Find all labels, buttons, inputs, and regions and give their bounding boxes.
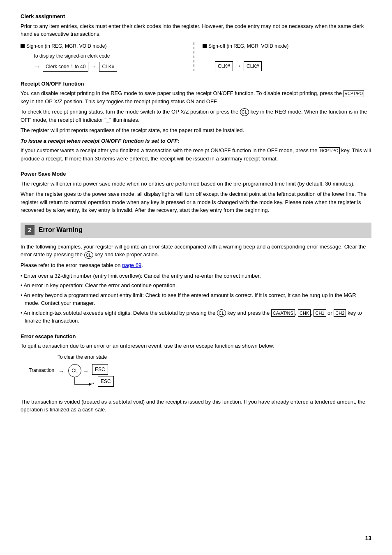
- esc-key-1: ESC: [92, 364, 108, 375]
- error-warning-section: In the following examples, your register…: [21, 243, 371, 325]
- cl-key-bullet4: CL: [217, 309, 226, 317]
- receipt-para1: You can disable receipt printing in the …: [21, 89, 371, 105]
- ew-para1b: key and take proper action.: [95, 251, 159, 258]
- receipt-para2: To check the receipt printing status, tu…: [21, 108, 371, 124]
- bullet-1: Enter over a 32-digit number (entry limi…: [21, 272, 371, 280]
- rcptpo-key-1: RCPT/PO: [344, 90, 364, 97]
- clerk-code-box: Clerk code 1 to 40: [43, 62, 88, 72]
- error-escape-section: Error escape function To quit a transact…: [21, 332, 371, 414]
- ch1-key: CH1: [314, 309, 326, 317]
- clerk-assignment-section: Clerk assignment Prior to any item entri…: [21, 12, 371, 72]
- error-warning-page-ref: Please refer to the error message table …: [21, 261, 371, 269]
- error-escape-title: Error escape function: [21, 332, 371, 341]
- page-number: 13: [365, 534, 371, 543]
- bullet4-end: key and press the: [228, 310, 270, 316]
- error-escape-para2: The transaction is voided (treated as a …: [21, 398, 371, 414]
- error-warning-num: 2: [25, 225, 35, 235]
- clk-key-sign-off-1: CLK#: [215, 61, 233, 71]
- sign-off-diagram: Sign-off (in REG, MGR, VOID mode) CLK# →…: [194, 42, 371, 71]
- power-save-section: Power Save Mode The register will enter …: [21, 170, 371, 214]
- clerk-assignment-title: Clerk assignment: [21, 12, 371, 21]
- arrow-icon-1: →: [91, 63, 97, 71]
- page-69-link[interactable]: page 69: [122, 262, 141, 268]
- sign-on-square-icon: [21, 44, 25, 48]
- bullet-3: An entry beyond a programmed amount entr…: [21, 291, 371, 307]
- power-save-title: Power Save Mode: [21, 170, 371, 178]
- sign-on-diagram: Sign-on (in REG, MGR, VOID mode) To disp…: [21, 42, 194, 72]
- receipt-section: Receipt ON/OFF function You can disable …: [21, 80, 371, 163]
- escape-arrow-1: →: [83, 367, 89, 376]
- sign-off-square-icon: [203, 44, 207, 48]
- escape-diagram-lines: [74, 377, 99, 393]
- clear-error-label: To clear the error state: [58, 353, 107, 361]
- svg-marker-2: [89, 383, 92, 386]
- arrow-icon-2: →: [235, 62, 241, 70]
- error-warning-header: 2 Error Warning: [21, 223, 371, 238]
- sign-on-flow: → Clerk code 1 to 40 → CLK#: [33, 61, 117, 72]
- power-save-para1: The register will enter into power save …: [21, 180, 371, 188]
- esc-key-2: ESC: [98, 376, 114, 387]
- bullet4-text: An including-tax subtotal exceeds eight …: [23, 310, 215, 316]
- sign-on-header: Sign-on (in REG, MGR, VOID mode): [21, 42, 106, 50]
- receipt-para4: If your customer wants a receipt after y…: [21, 146, 371, 163]
- clerk-assignment-para1: Prior to any item entries, clerks must e…: [21, 22, 371, 38]
- receipt-para1-text: You can disable receipt printing in the …: [21, 90, 342, 96]
- error-warning-title: Error Warning: [39, 225, 83, 235]
- error-escape-diagram: To clear the error state Transaction → C…: [29, 353, 160, 395]
- display-signed-label: To display the signed-on clerk code: [33, 52, 110, 60]
- rcptpo-key-2: RCPT/PO: [319, 147, 339, 154]
- clk-key-sign-off-2: CLK#: [244, 61, 262, 71]
- receipt-para4a: If your customer wants a receipt after y…: [21, 147, 318, 153]
- receipt-bold-italic: To issue a receipt when receipt ON/OFF f…: [21, 137, 371, 145]
- cl-key-receipt: CL: [240, 108, 249, 116]
- ew-para1c: Please refer to the error message table …: [21, 262, 121, 268]
- clerk-diagram-area: Sign-on (in REG, MGR, VOID mode) To disp…: [21, 42, 371, 72]
- power-save-para2: When the register goes to the power save…: [21, 190, 371, 214]
- receipt-para1b-text: key in the OP X/Z position. This key tog…: [21, 98, 218, 104]
- receipt-title: Receipt ON/OFF function: [21, 80, 371, 88]
- error-escape-para1: To quit a transaction due to an error or…: [21, 342, 371, 350]
- chk-key: CHK: [298, 309, 311, 317]
- sign-off-header: Sign-off (in REG, MGR, VOID mode): [203, 42, 288, 50]
- cl-key-ew: CL: [84, 251, 93, 259]
- sign-off-label: Sign-off (in REG, MGR, VOID mode): [208, 42, 288, 50]
- ew-para1a: In the following examples, your register…: [21, 244, 366, 258]
- error-warning-para1: In the following examples, your register…: [21, 243, 371, 259]
- clk-key-sign-on: CLK#: [99, 62, 117, 72]
- receipt-para3: The register will print reports regardle…: [21, 126, 371, 135]
- cl-key-escape: CL: [68, 364, 81, 377]
- ch2-key: CH2: [334, 309, 346, 317]
- bullet-2: An error in key operation: Clear the err…: [21, 281, 371, 290]
- bullet-4: An including-tax subtotal exceeds eight …: [21, 309, 371, 325]
- arrow-right-icon: →: [33, 61, 40, 72]
- transaction-label: Transaction: [29, 367, 54, 374]
- error-warning-bullets: Enter over a 32-digit number (entry limi…: [21, 272, 371, 325]
- transaction-arrow: →: [58, 367, 64, 376]
- sign-on-label: Sign-on (in REG, MGR, VOID mode): [26, 42, 106, 50]
- receipt-para2a: To check the receipt printing status, tu…: [21, 109, 238, 115]
- ca-key: CA/AT/NS: [271, 309, 295, 317]
- sign-off-flow: CLK# → CLK#: [215, 61, 262, 71]
